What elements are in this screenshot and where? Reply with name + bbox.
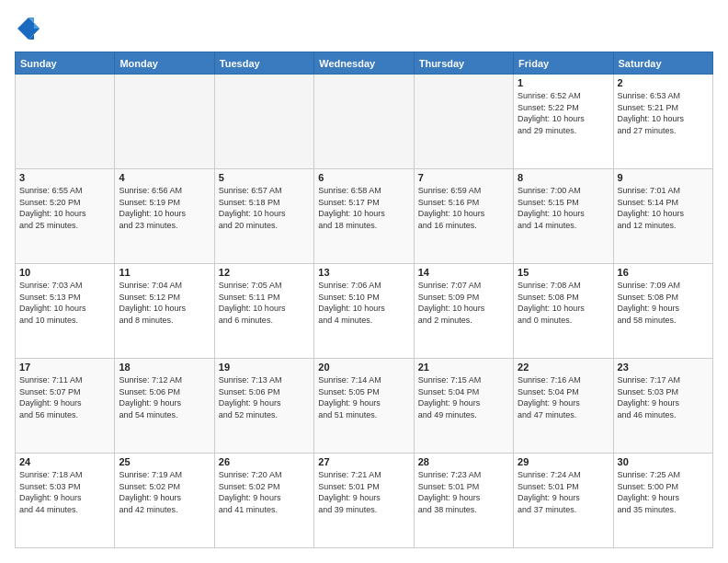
day-number: 18 bbox=[119, 362, 210, 373]
day-number: 7 bbox=[418, 172, 509, 183]
day-info: Sunrise: 6:52 AM Sunset: 5:22 PM Dayligh… bbox=[518, 90, 609, 136]
calendar-cell: 12Sunrise: 7:05 AM Sunset: 5:11 PM Dayli… bbox=[214, 264, 313, 359]
day-number: 23 bbox=[618, 362, 709, 373]
day-info: Sunrise: 7:04 AM Sunset: 5:12 PM Dayligh… bbox=[119, 280, 210, 326]
day-info: Sunrise: 7:15 AM Sunset: 5:04 PM Dayligh… bbox=[418, 374, 509, 420]
logo-icon bbox=[15, 15, 42, 42]
calendar-cell: 24Sunrise: 7:18 AM Sunset: 5:03 PM Dayli… bbox=[16, 454, 115, 548]
day-info: Sunrise: 7:00 AM Sunset: 5:15 PM Dayligh… bbox=[518, 185, 609, 231]
weekday-header-sunday: Sunday bbox=[16, 52, 115, 75]
day-info: Sunrise: 7:16 AM Sunset: 5:04 PM Dayligh… bbox=[518, 374, 609, 420]
calendar-cell: 15Sunrise: 7:08 AM Sunset: 5:08 PM Dayli… bbox=[514, 264, 613, 359]
day-number: 29 bbox=[518, 456, 609, 467]
calendar-cell: 11Sunrise: 7:04 AM Sunset: 5:12 PM Dayli… bbox=[115, 264, 214, 359]
day-number: 14 bbox=[418, 267, 509, 278]
week-row-5: 24Sunrise: 7:18 AM Sunset: 5:03 PM Dayli… bbox=[16, 454, 713, 548]
day-info: Sunrise: 7:03 AM Sunset: 5:13 PM Dayligh… bbox=[19, 280, 110, 326]
calendar-cell: 28Sunrise: 7:23 AM Sunset: 5:01 PM Dayli… bbox=[414, 454, 513, 548]
weekday-header-monday: Monday bbox=[115, 52, 214, 75]
day-info: Sunrise: 7:12 AM Sunset: 5:06 PM Dayligh… bbox=[119, 374, 210, 420]
calendar-cell: 18Sunrise: 7:12 AM Sunset: 5:06 PM Dayli… bbox=[115, 359, 214, 454]
day-number: 5 bbox=[219, 172, 310, 183]
day-number: 1 bbox=[518, 77, 609, 88]
day-info: Sunrise: 7:14 AM Sunset: 5:05 PM Dayligh… bbox=[318, 374, 409, 420]
week-row-4: 17Sunrise: 7:11 AM Sunset: 5:07 PM Dayli… bbox=[16, 359, 713, 454]
day-number: 25 bbox=[119, 456, 210, 467]
day-info: Sunrise: 7:09 AM Sunset: 5:08 PM Dayligh… bbox=[618, 280, 709, 326]
calendar-cell: 7Sunrise: 6:59 AM Sunset: 5:16 PM Daylig… bbox=[414, 169, 513, 264]
calendar-cell: 4Sunrise: 6:56 AM Sunset: 5:19 PM Daylig… bbox=[115, 169, 214, 264]
day-number: 22 bbox=[518, 362, 609, 373]
day-number: 15 bbox=[518, 267, 609, 278]
calendar-cell: 29Sunrise: 7:24 AM Sunset: 5:01 PM Dayli… bbox=[514, 454, 613, 548]
calendar-cell: 14Sunrise: 7:07 AM Sunset: 5:09 PM Dayli… bbox=[414, 264, 513, 359]
day-info: Sunrise: 6:59 AM Sunset: 5:16 PM Dayligh… bbox=[418, 185, 509, 231]
calendar-cell: 23Sunrise: 7:17 AM Sunset: 5:03 PM Dayli… bbox=[613, 359, 712, 454]
day-info: Sunrise: 7:08 AM Sunset: 5:08 PM Dayligh… bbox=[518, 280, 609, 326]
day-number: 2 bbox=[618, 77, 709, 88]
calendar-cell: 20Sunrise: 7:14 AM Sunset: 5:05 PM Dayli… bbox=[314, 359, 414, 454]
calendar-cell bbox=[16, 75, 115, 169]
day-info: Sunrise: 7:01 AM Sunset: 5:14 PM Dayligh… bbox=[618, 185, 709, 231]
day-number: 10 bbox=[19, 267, 110, 278]
day-info: Sunrise: 7:21 AM Sunset: 5:01 PM Dayligh… bbox=[318, 469, 409, 515]
day-info: Sunrise: 7:11 AM Sunset: 5:07 PM Dayligh… bbox=[19, 374, 110, 420]
day-number: 27 bbox=[318, 456, 409, 467]
calendar-cell: 27Sunrise: 7:21 AM Sunset: 5:01 PM Dayli… bbox=[314, 454, 414, 548]
day-number: 28 bbox=[418, 456, 509, 467]
calendar-table: SundayMondayTuesdayWednesdayThursdayFrid… bbox=[15, 52, 713, 548]
calendar-cell: 16Sunrise: 7:09 AM Sunset: 5:08 PM Dayli… bbox=[613, 264, 712, 359]
day-info: Sunrise: 7:13 AM Sunset: 5:06 PM Dayligh… bbox=[219, 374, 310, 420]
calendar-cell bbox=[314, 75, 414, 169]
day-number: 17 bbox=[19, 362, 110, 373]
calendar-cell: 9Sunrise: 7:01 AM Sunset: 5:14 PM Daylig… bbox=[613, 169, 712, 264]
week-row-1: 1Sunrise: 6:52 AM Sunset: 5:22 PM Daylig… bbox=[16, 75, 713, 169]
day-number: 4 bbox=[119, 172, 210, 183]
day-info: Sunrise: 7:18 AM Sunset: 5:03 PM Dayligh… bbox=[19, 469, 110, 515]
weekday-header-saturday: Saturday bbox=[613, 52, 712, 75]
calendar-cell: 8Sunrise: 7:00 AM Sunset: 5:15 PM Daylig… bbox=[514, 169, 613, 264]
calendar-cell: 21Sunrise: 7:15 AM Sunset: 5:04 PM Dayli… bbox=[414, 359, 513, 454]
weekday-header-row: SundayMondayTuesdayWednesdayThursdayFrid… bbox=[16, 52, 713, 75]
day-number: 11 bbox=[119, 267, 210, 278]
day-info: Sunrise: 7:23 AM Sunset: 5:01 PM Dayligh… bbox=[418, 469, 509, 515]
day-info: Sunrise: 6:57 AM Sunset: 5:18 PM Dayligh… bbox=[219, 185, 310, 231]
calendar-cell: 6Sunrise: 6:58 AM Sunset: 5:17 PM Daylig… bbox=[314, 169, 414, 264]
weekday-header-wednesday: Wednesday bbox=[314, 52, 414, 75]
day-number: 8 bbox=[518, 172, 609, 183]
day-number: 3 bbox=[19, 172, 110, 183]
week-row-2: 3Sunrise: 6:55 AM Sunset: 5:20 PM Daylig… bbox=[16, 169, 713, 264]
day-number: 13 bbox=[318, 267, 409, 278]
day-number: 21 bbox=[418, 362, 509, 373]
day-info: Sunrise: 7:07 AM Sunset: 5:09 PM Dayligh… bbox=[418, 280, 509, 326]
calendar-cell: 22Sunrise: 7:16 AM Sunset: 5:04 PM Dayli… bbox=[514, 359, 613, 454]
day-info: Sunrise: 7:20 AM Sunset: 5:02 PM Dayligh… bbox=[219, 469, 310, 515]
day-info: Sunrise: 7:17 AM Sunset: 5:03 PM Dayligh… bbox=[618, 374, 709, 420]
day-info: Sunrise: 7:24 AM Sunset: 5:01 PM Dayligh… bbox=[518, 469, 609, 515]
day-number: 9 bbox=[618, 172, 709, 183]
week-row-3: 10Sunrise: 7:03 AM Sunset: 5:13 PM Dayli… bbox=[16, 264, 713, 359]
day-info: Sunrise: 7:06 AM Sunset: 5:10 PM Dayligh… bbox=[318, 280, 409, 326]
day-number: 24 bbox=[19, 456, 110, 467]
calendar-cell: 1Sunrise: 6:52 AM Sunset: 5:22 PM Daylig… bbox=[514, 75, 613, 169]
day-number: 12 bbox=[219, 267, 310, 278]
calendar-cell bbox=[115, 75, 214, 169]
day-info: Sunrise: 7:19 AM Sunset: 5:02 PM Dayligh… bbox=[119, 469, 210, 515]
calendar-cell bbox=[414, 75, 513, 169]
calendar-cell: 17Sunrise: 7:11 AM Sunset: 5:07 PM Dayli… bbox=[16, 359, 115, 454]
day-number: 6 bbox=[318, 172, 409, 183]
calendar-cell: 5Sunrise: 6:57 AM Sunset: 5:18 PM Daylig… bbox=[214, 169, 313, 264]
weekday-header-thursday: Thursday bbox=[414, 52, 513, 75]
logo bbox=[15, 15, 46, 42]
header bbox=[15, 15, 713, 42]
calendar-cell bbox=[214, 75, 313, 169]
day-info: Sunrise: 6:53 AM Sunset: 5:21 PM Dayligh… bbox=[618, 90, 709, 136]
calendar-cell: 10Sunrise: 7:03 AM Sunset: 5:13 PM Dayli… bbox=[16, 264, 115, 359]
day-number: 26 bbox=[219, 456, 310, 467]
day-info: Sunrise: 6:55 AM Sunset: 5:20 PM Dayligh… bbox=[19, 185, 110, 231]
day-info: Sunrise: 6:58 AM Sunset: 5:17 PM Dayligh… bbox=[318, 185, 409, 231]
calendar-cell: 13Sunrise: 7:06 AM Sunset: 5:10 PM Dayli… bbox=[314, 264, 414, 359]
calendar-cell: 26Sunrise: 7:20 AM Sunset: 5:02 PM Dayli… bbox=[214, 454, 313, 548]
weekday-header-friday: Friday bbox=[514, 52, 613, 75]
weekday-header-tuesday: Tuesday bbox=[214, 52, 313, 75]
